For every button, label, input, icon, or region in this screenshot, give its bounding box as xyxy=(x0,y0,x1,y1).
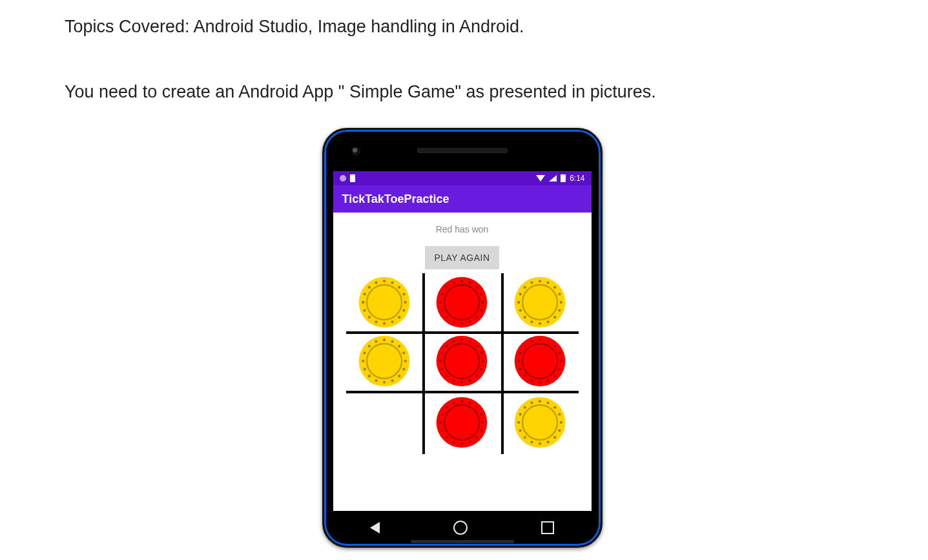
svg-point-140 xyxy=(538,400,541,402)
yellow-chip-icon xyxy=(358,276,411,329)
svg-point-79 xyxy=(452,379,455,382)
android-status-bar: 6:14 xyxy=(333,171,592,185)
svg-point-49 xyxy=(530,282,533,284)
svg-point-22 xyxy=(475,316,478,318)
svg-point-133 xyxy=(530,441,533,443)
game-content: Red has won PLAY AGAIN xyxy=(333,213,592,454)
app-bar: TickTakToePractice xyxy=(333,185,592,213)
phone-screen: 6:14 TickTakToePractice Red has won PLAY… xyxy=(333,171,592,511)
svg-point-33 xyxy=(468,282,471,284)
board-cell-1-2[interactable] xyxy=(501,331,579,391)
svg-point-117 xyxy=(440,429,443,431)
phone-body: 6:14 TickTakToePractice Red has won PLAY… xyxy=(322,128,603,548)
tic-tac-toe-board xyxy=(346,273,579,454)
svg-point-31 xyxy=(452,282,455,284)
svg-point-82 xyxy=(439,360,442,362)
svg-point-56 xyxy=(404,360,406,362)
svg-point-65 xyxy=(363,351,366,354)
front-camera-icon xyxy=(351,147,360,156)
svg-point-62 xyxy=(367,375,370,377)
svg-point-63 xyxy=(363,368,366,370)
svg-point-77 xyxy=(468,379,471,382)
svg-point-71 xyxy=(402,351,405,354)
nav-recent-icon[interactable] xyxy=(541,521,554,534)
svg-point-122 xyxy=(460,400,462,402)
svg-point-47 xyxy=(519,293,521,295)
svg-point-124 xyxy=(475,406,478,409)
notification-dot-icon xyxy=(340,175,346,181)
svg-point-123 xyxy=(468,402,471,404)
svg-point-68 xyxy=(382,338,385,341)
svg-point-100 xyxy=(517,360,520,362)
svg-point-70 xyxy=(398,345,400,347)
svg-point-40 xyxy=(553,316,556,318)
svg-point-141 xyxy=(546,402,549,404)
yellow-chip-icon xyxy=(513,396,566,449)
svg-point-29 xyxy=(440,293,443,295)
svg-point-48 xyxy=(523,286,526,289)
topics-covered-text: Topics Covered: Android Studio, Image ha… xyxy=(65,17,863,37)
phone-top-bezel xyxy=(324,130,601,169)
svg-point-58 xyxy=(398,375,400,377)
red-chip-icon xyxy=(435,396,488,449)
svg-point-101 xyxy=(519,351,521,354)
nav-back-icon[interactable] xyxy=(370,522,380,534)
svg-point-25 xyxy=(452,320,455,323)
svg-point-67 xyxy=(375,340,377,343)
board-cell-0-1[interactable] xyxy=(422,273,501,331)
svg-point-59 xyxy=(391,379,393,382)
svg-point-16 xyxy=(398,286,400,289)
svg-point-12 xyxy=(367,286,370,289)
board-cell-1-1[interactable] xyxy=(422,331,501,391)
svg-point-8 xyxy=(367,316,370,318)
svg-point-118 xyxy=(439,421,442,424)
board-cell-2-1[interactable] xyxy=(422,391,501,454)
svg-point-11 xyxy=(363,293,366,295)
svg-point-99 xyxy=(519,368,521,370)
svg-point-86 xyxy=(460,338,462,341)
android-nav-bar xyxy=(333,516,592,539)
svg-point-57 xyxy=(402,368,405,370)
svg-point-69 xyxy=(391,340,393,343)
game-status-text: Red has won xyxy=(333,224,592,234)
svg-point-139 xyxy=(530,402,533,404)
svg-point-38 xyxy=(559,301,562,304)
svg-point-78 xyxy=(460,381,462,384)
board-cell-2-2[interactable] xyxy=(501,391,579,454)
play-again-button[interactable]: PLAY AGAIN xyxy=(425,246,499,269)
board-cell-0-0[interactable] xyxy=(346,273,422,331)
svg-point-113 xyxy=(468,441,471,443)
svg-point-74 xyxy=(481,360,484,362)
svg-point-75 xyxy=(480,368,482,370)
phone-mockup: 6:14 TickTakToePractice Red has won PLAY… xyxy=(322,128,606,548)
svg-point-97 xyxy=(530,379,533,382)
svg-point-115 xyxy=(452,441,455,443)
svg-point-114 xyxy=(460,442,462,445)
svg-point-39 xyxy=(558,309,561,311)
board-cell-2-0[interactable] xyxy=(346,391,422,454)
instruction-text: You need to create an Android App " Simp… xyxy=(65,82,863,102)
svg-point-61 xyxy=(375,379,377,382)
svg-point-119 xyxy=(440,413,443,415)
svg-point-92 xyxy=(559,360,562,362)
svg-point-84 xyxy=(445,345,448,347)
svg-point-6 xyxy=(382,322,385,325)
status-bar-left xyxy=(340,174,355,182)
svg-point-102 xyxy=(523,345,526,347)
svg-point-143 xyxy=(558,413,561,415)
svg-point-85 xyxy=(452,340,455,343)
svg-point-26 xyxy=(445,316,448,318)
svg-point-81 xyxy=(440,368,443,370)
board-cell-1-0[interactable] xyxy=(346,331,422,391)
svg-point-142 xyxy=(553,406,556,409)
board-cell-0-2[interactable] xyxy=(501,273,579,331)
nav-home-icon[interactable] xyxy=(453,521,468,535)
svg-point-138 xyxy=(523,406,526,409)
svg-point-7 xyxy=(375,320,377,323)
svg-point-20 xyxy=(481,301,484,304)
earpiece-speaker-icon xyxy=(417,148,508,153)
yellow-chip-icon xyxy=(513,276,566,329)
svg-point-137 xyxy=(519,413,521,415)
board-cells xyxy=(346,273,579,454)
svg-point-132 xyxy=(538,442,541,445)
